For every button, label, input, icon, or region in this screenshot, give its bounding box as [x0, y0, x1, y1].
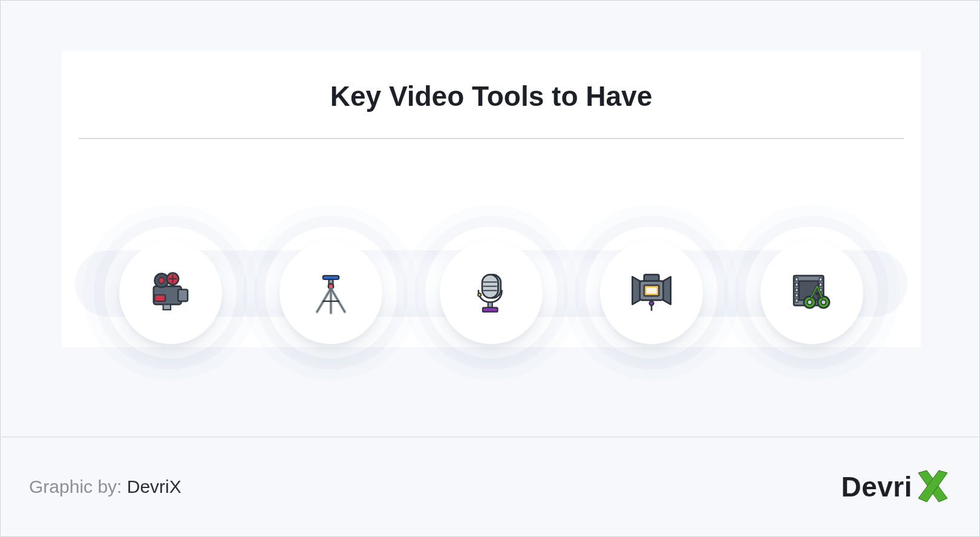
svg-rect-39 — [795, 299, 798, 302]
film-editing-chip — [760, 241, 863, 344]
svg-rect-30 — [644, 275, 659, 281]
svg-point-47 — [808, 300, 812, 305]
svg-rect-37 — [795, 288, 798, 291]
graphic-inner: Key Video Tools to Have — [1, 1, 979, 536]
footer: Graphic by: DevriX Devri — [1, 437, 979, 536]
credit-name: DevriX — [127, 477, 181, 496]
icon-row — [62, 232, 921, 353]
content-card: Key Video Tools to Have — [62, 51, 921, 347]
microphone-icon — [465, 266, 518, 319]
title-rule — [79, 138, 904, 139]
svg-line-15 — [317, 288, 331, 312]
svg-rect-8 — [163, 304, 171, 310]
page-title: Key Video Tools to Have — [62, 51, 921, 112]
svg-rect-2 — [178, 290, 188, 301]
studio-light-chip — [600, 241, 703, 344]
svg-point-48 — [821, 300, 826, 305]
svg-rect-29 — [646, 287, 657, 294]
svg-point-26 — [478, 293, 481, 296]
credit-label: Graphic by: — [29, 477, 127, 496]
svg-point-32 — [649, 301, 653, 305]
tripod-chip — [279, 241, 382, 344]
microphone-chip — [440, 241, 543, 344]
video-camera-icon — [144, 266, 197, 319]
video-camera-chip — [119, 241, 222, 344]
svg-rect-38 — [795, 294, 798, 297]
svg-line-16 — [331, 288, 345, 312]
svg-point-4 — [158, 278, 165, 284]
studio-light-icon — [625, 266, 678, 319]
svg-rect-41 — [819, 283, 822, 286]
film-editing-icon — [785, 266, 838, 319]
svg-rect-35 — [795, 278, 798, 281]
svg-rect-1 — [155, 295, 166, 302]
svg-point-49 — [815, 292, 818, 295]
svg-rect-24 — [488, 302, 492, 308]
devrix-logo: Devri — [841, 469, 951, 504]
svg-rect-40 — [819, 278, 822, 281]
credit-line: Graphic by: DevriX — [29, 477, 181, 497]
devrix-logo-x-icon — [915, 469, 951, 504]
tripod-icon — [304, 266, 358, 319]
devrix-logo-text: Devri — [841, 470, 912, 503]
graphic-frame: Key Video Tools to Have — [0, 0, 980, 537]
svg-rect-25 — [483, 308, 498, 312]
svg-rect-36 — [795, 283, 798, 286]
